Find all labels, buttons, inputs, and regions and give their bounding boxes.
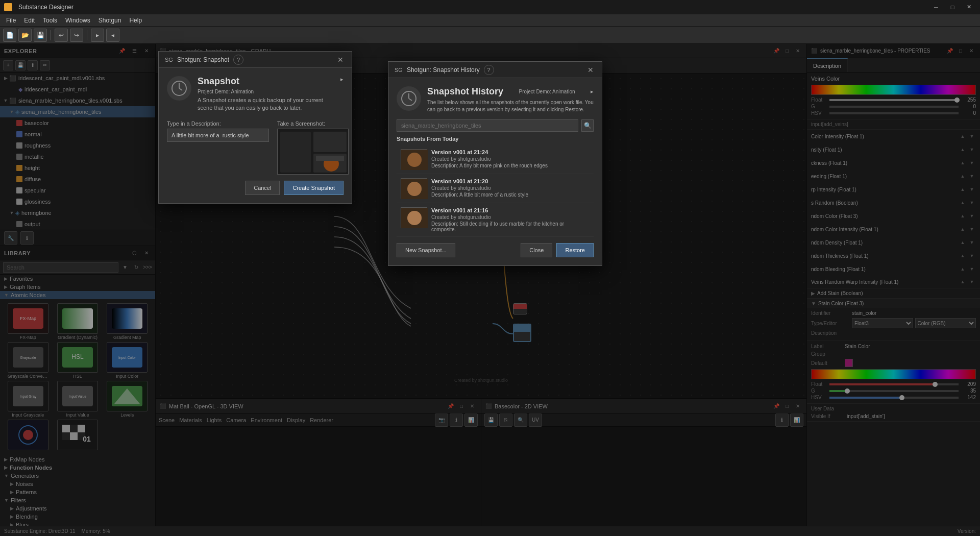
history-nav-arrow[interactable]: ▸: [591, 88, 594, 95]
svg-point-49: [407, 182, 422, 196]
history-header-row: Snapshot History Project Demo: Animation…: [397, 86, 594, 113]
snapshot-item-1[interactable]: Version v001 at 21:24 Created by shotgun…: [397, 145, 594, 174]
snap-meta-2: Created by shotgun.studio: [431, 185, 590, 191]
history-dialog-body: Snapshot History Project Demo: Animation…: [388, 78, 602, 265]
history-search-row: 🔍: [397, 119, 594, 132]
menu-tools[interactable]: Tools: [39, 16, 61, 25]
snap-desc-2: Description: A little bit more of a rust…: [431, 192, 590, 198]
snapshot-desc-input[interactable]: [167, 129, 269, 142]
snapshot-close-btn[interactable]: ✕: [335, 55, 346, 65]
minimize-button[interactable]: ─: [929, 2, 943, 12]
snap-meta-3: Created by shotgun.studio: [431, 214, 590, 220]
snap-version-2: Version v001 at 21:20: [431, 178, 590, 184]
snapshot-dialog-title: Shotgun: Snapshot: [177, 56, 229, 63]
history-heading: Snapshot History: [427, 86, 503, 97]
snapshot-thumb-1: [401, 149, 427, 169]
snapshot-desc-row: Type in a Description:: [167, 120, 269, 142]
history-header-text: Snapshot History Project Demo: Animation…: [427, 86, 594, 113]
toolbar-separator-2: [87, 30, 87, 40]
history-project: Project Demo: Animation: [519, 89, 575, 94]
snapshot-dialog: SG Shotgun: Snapshot ? ✕ Snapshot Projec…: [158, 51, 352, 204]
snap-version-3: Version v001 at 21:16: [431, 207, 590, 213]
snapshot-cancel-btn[interactable]: Cancel: [245, 181, 280, 195]
menu-edit[interactable]: Edit: [20, 16, 39, 25]
titlebar: Substance Designer ─ □ ✕: [0, 0, 980, 14]
snapshot-help-btn[interactable]: ?: [233, 55, 243, 65]
snapshot-dialog-body: Snapshot Project Demo: Animation A Snaps…: [159, 68, 352, 203]
snapshot-thumb-2: [401, 178, 427, 199]
snapshot-item-2[interactable]: Version v001 at 21:20 Created by shotgun…: [397, 174, 594, 203]
snap-desc-1: Description: A tiny bit more pink on the…: [431, 163, 590, 168]
snap-version-1: Version v001 at 21:24: [431, 149, 590, 155]
open-button[interactable]: 📂: [18, 29, 32, 42]
snapshot-create-btn[interactable]: Create Snapshot: [284, 181, 344, 195]
svg-rect-39: [313, 132, 347, 152]
svg-point-47: [407, 153, 422, 167]
svg-line-45: [409, 99, 412, 101]
snapshot-desc-label: Type in a Description:: [167, 120, 269, 127]
menu-file[interactable]: File: [2, 16, 20, 25]
snapshot-nav-arrow[interactable]: ▸: [340, 76, 344, 83]
app-icon: [4, 3, 12, 11]
menu-windows[interactable]: Windows: [61, 16, 94, 25]
history-buttons: New Snapshot... Close Restore: [397, 243, 594, 257]
status-memory: Memory: 5%: [82, 528, 110, 534]
snapshot-nav: ▸: [340, 76, 344, 83]
snapshot-header-text: Snapshot Project Demo: Animation A Snaps…: [198, 76, 334, 112]
toolbar-separator: [51, 30, 51, 40]
save-button[interactable]: 💾: [34, 29, 47, 42]
menu-help[interactable]: Help: [125, 16, 146, 25]
history-description: The list below shows all the snapshots o…: [427, 99, 594, 113]
snapshot-dialog-header: SG Shotgun: Snapshot ? ✕: [159, 52, 352, 68]
svg-line-36: [179, 88, 182, 90]
new-button[interactable]: 📄: [3, 29, 16, 42]
history-sg-icon: SG: [395, 67, 403, 73]
svg-rect-38: [280, 132, 311, 173]
history-close-btn[interactable]: Close: [521, 243, 552, 257]
screenshot-preview: [277, 129, 349, 175]
menubar: File Edit Tools Windows Shotgun Help: [0, 14, 980, 27]
svg-point-51: [407, 211, 422, 225]
snapshot-info-3: Version v001 at 21:16 Created by shotgun…: [431, 207, 590, 232]
snapshot-info-1: Version v001 at 21:24 Created by shotgun…: [431, 149, 590, 168]
global-status-bar: Substance Engine: Direct3D 11 Memory: 5%…: [0, 526, 980, 536]
history-dialog-title: Shotgun: Snapshot History: [407, 66, 480, 74]
history-dialog-header: SG Shotgun: Snapshot History ? ✕: [388, 62, 602, 78]
history-search-input[interactable]: [397, 119, 578, 132]
snapshot-item-3[interactable]: Version v001 at 21:16 Created by shotgun…: [397, 203, 594, 237]
snapshot-header-row: Snapshot Project Demo: Animation A Snaps…: [167, 76, 344, 112]
snapshot-buttons: Cancel Create Snapshot: [167, 181, 344, 195]
status-version: Version:: [958, 528, 976, 534]
history-new-snapshot-btn[interactable]: New Snapshot...: [397, 243, 455, 257]
snapshot-clock-icon: [167, 76, 191, 101]
snap-meta-1: Created by shotgun.studio: [431, 156, 590, 162]
screenshot-label: Take a Screenshot:: [277, 120, 349, 127]
snapshot-form-area: Type in a Description: Take a Screenshot…: [167, 120, 344, 175]
app-title: Substance Designer: [18, 4, 74, 11]
snapshot-right: Take a Screenshot:: [277, 120, 349, 175]
undo-button[interactable]: ↩: [55, 29, 68, 42]
snapshot-heading: Snapshot: [198, 76, 334, 87]
maximize-button[interactable]: □: [945, 2, 960, 12]
toolbar-extra[interactable]: ▸: [91, 29, 104, 42]
menu-shotgun[interactable]: Shotgun: [94, 16, 126, 25]
toolbar: 📄 📂 💾 ↩ ↪ ▸ ◂: [0, 27, 980, 44]
history-clock-icon: [397, 86, 421, 111]
history-help-btn[interactable]: ?: [484, 65, 494, 75]
history-restore-btn[interactable]: Restore: [556, 243, 594, 257]
history-search-btn[interactable]: 🔍: [581, 119, 594, 132]
snapshot-info-2: Version v001 at 21:20 Created by shotgun…: [431, 178, 590, 198]
close-button[interactable]: ✕: [962, 2, 976, 12]
snap-desc-3: Description: Still deciding if to use ma…: [431, 221, 590, 232]
snapshot-left: Type in a Description:: [167, 120, 269, 175]
shotgun-icon: SG: [165, 57, 173, 63]
toolbar-extra2[interactable]: ◂: [106, 29, 119, 42]
window-controls: ─ □ ✕: [929, 2, 976, 12]
snapshots-today-label: Snapshots From Today: [397, 136, 594, 142]
snapshot-list: Version v001 at 21:24 Created by shotgun…: [397, 145, 594, 237]
history-heading-row: Snapshot History Project Demo: Animation…: [427, 86, 594, 97]
redo-button[interactable]: ↪: [70, 29, 83, 42]
snapshot-thumb-3: [401, 207, 427, 228]
history-close-x-btn[interactable]: ✕: [585, 65, 596, 75]
svg-rect-42: [316, 156, 344, 161]
